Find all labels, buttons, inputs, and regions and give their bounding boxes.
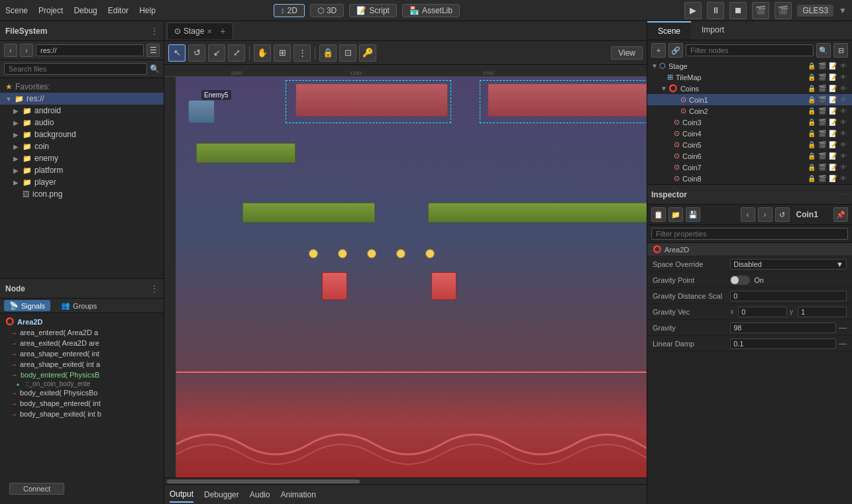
nav-forward-button[interactable]: › — [20, 44, 33, 57]
filesystem-menu-button[interactable]: ⋮ — [150, 26, 158, 36]
tool-group-button[interactable]: ⊡ — [339, 44, 356, 62]
inspector-refresh-button[interactable]: ↺ — [775, 207, 790, 222]
tree-item-audio[interactable]: ▶ 📁 audio — [0, 117, 164, 128]
scene-node-stage[interactable]: ▼ ⬡ Stage 🔒 🎬 📝 👁 — [647, 60, 852, 72]
signal-area-entered[interactable]: → area_entered( Area2D a — [0, 327, 164, 338]
movie-record-button2[interactable]: 🎬 — [774, 2, 792, 19]
coins-eye-icon[interactable]: 👁 — [839, 85, 848, 92]
search-nodes-button[interactable]: 🔍 — [816, 43, 831, 58]
gravity-vec-y-input[interactable] — [798, 307, 847, 317]
coin4-scene-icon[interactable]: 🎬 — [818, 130, 827, 137]
scene-node-coin3[interactable]: ⊙ Coin3 🔒🎬📝👁 — [647, 117, 852, 128]
mode-script-button[interactable]: 📝 Script — [349, 4, 397, 17]
gravity-point-toggle[interactable] — [730, 276, 750, 285]
inspector-history-button[interactable]: 📋 — [651, 207, 666, 222]
signal-area-shape-exited[interactable]: → area_shape_exited( int a — [0, 359, 164, 370]
tree-item-background[interactable]: ▶ 📁 background — [0, 128, 164, 140]
coin6-scene-icon[interactable]: 🎬 — [818, 152, 827, 160]
stage-lock-icon[interactable]: 🔒 — [807, 62, 816, 70]
scene-node-coin8[interactable]: ⊙ Coin8 🔒🎬📝👁 — [647, 173, 852, 184]
menu-editor[interactable]: Editor — [108, 6, 129, 15]
tab-import[interactable]: Import — [691, 21, 735, 40]
link-node-button[interactable]: 🔗 — [668, 43, 683, 58]
tilemap-scene-icon[interactable]: 🎬 — [818, 74, 827, 81]
gravity-distance-input[interactable] — [730, 291, 847, 301]
view-button[interactable]: View — [611, 46, 643, 60]
filter-nodes-input[interactable] — [686, 44, 814, 56]
node-panel-menu-button[interactable]: ⋮ — [150, 284, 158, 293]
connect-button[interactable]: Connect — [9, 483, 64, 495]
stage-canvas[interactable]: 1000 1250 1500 Enemy5 — [164, 65, 647, 478]
tab-signals[interactable]: 📡 Signals — [4, 300, 50, 311]
tool-pan-button[interactable]: ✋ — [254, 44, 271, 62]
horizontal-scrollbar[interactable] — [164, 478, 647, 484]
search-icon[interactable]: 🔍 — [150, 64, 160, 74]
scene-node-coin6[interactable]: ⊙ Coin6 🔒🎬📝👁 — [647, 150, 852, 162]
signal-body-exited[interactable]: → body_exited( PhysicsBo — [0, 387, 164, 398]
tool-rotate-button[interactable]: ↺ — [188, 44, 205, 62]
coin1-eye-icon[interactable]: 👁 — [839, 96, 848, 103]
mode-3d-button[interactable]: ⬡ 3D — [310, 4, 344, 17]
coin5-script-icon[interactable]: 📝 — [828, 141, 837, 148]
tilemap-eye-icon[interactable]: 👁 — [839, 74, 848, 81]
coins-script-icon[interactable]: 📝 — [828, 85, 837, 92]
stage-eye-icon[interactable]: 👁 — [839, 62, 848, 70]
gravity-slider-icon[interactable]: — — [839, 323, 847, 332]
coin5-eye-icon[interactable]: 👁 — [839, 141, 848, 148]
coin1-lock-icon[interactable]: 🔒 — [807, 96, 816, 103]
stage-scene-icon[interactable]: 🎬 — [818, 62, 827, 70]
tool-more-button[interactable]: ⋮ — [293, 44, 311, 62]
tab-audio[interactable]: Audio — [250, 487, 270, 502]
inspector-folder-button[interactable]: 📁 — [668, 207, 683, 222]
menu-debug[interactable]: Debug — [74, 6, 97, 15]
signal-connection-item[interactable]: ⬥ ::_on_coin_body_ente — [0, 380, 164, 387]
tab-groups[interactable]: 👥 Groups — [56, 300, 102, 311]
signal-body-shape-exited[interactable]: → body_shape_exited( int b — [0, 409, 164, 419]
stage-script-icon[interactable]: 📝 — [828, 62, 837, 70]
gles-badge[interactable]: GLES3 — [797, 5, 833, 17]
coin8-lock-icon[interactable]: 🔒 — [807, 175, 816, 182]
menu-help[interactable]: Help — [139, 6, 156, 15]
gravity-input[interactable] — [730, 323, 836, 333]
signal-body-shape-entered[interactable]: → body_shape_entered( int — [0, 398, 164, 409]
coin8-scene-icon[interactable]: 🎬 — [818, 175, 827, 182]
space-override-dropdown[interactable]: Disabled ▼ — [730, 259, 847, 270]
coin6-lock-icon[interactable]: 🔒 — [807, 152, 816, 160]
nav-back-button[interactable]: ‹ — [4, 44, 17, 57]
inspector-forward-button[interactable]: › — [758, 207, 772, 222]
mode-assetlib-button[interactable]: 🏪 AssetLib — [402, 4, 460, 17]
tab-output[interactable]: Output — [170, 487, 193, 503]
filesystem-layout-button[interactable]: ☰ — [146, 44, 160, 57]
menu-project[interactable]: Project — [38, 6, 63, 15]
search-input[interactable] — [4, 63, 147, 75]
coin8-script-icon[interactable]: 📝 — [828, 175, 837, 182]
inspector-save-button[interactable]: 💾 — [686, 207, 700, 222]
tab-scene[interactable]: Scene — [647, 21, 691, 40]
inspector-pin-button[interactable]: 📌 — [833, 207, 848, 222]
scene-node-coin7[interactable]: ⊙ Coin7 🔒🎬📝👁 — [647, 162, 852, 173]
pause-button[interactable]: ⏸ — [707, 2, 724, 19]
coin3-lock-icon[interactable]: 🔒 — [807, 119, 816, 126]
scene-node-tilemap[interactable]: ▶ ⊞ TileMap 🔒 🎬 📝 👁 — [647, 72, 852, 83]
coin5-scene-icon[interactable]: 🎬 — [818, 141, 827, 148]
tab-debugger[interactable]: Debugger — [204, 487, 239, 502]
scene-node-coin5[interactable]: ⊙ Coin5 🔒🎬📝👁 — [647, 139, 852, 150]
tab-animation[interactable]: Animation — [280, 487, 315, 502]
coin1-scene-icon[interactable]: 🎬 — [818, 96, 827, 103]
tilemap-script-icon[interactable]: 📝 — [828, 74, 837, 81]
tool-scale-button[interactable]: ⤢ — [228, 44, 245, 62]
coin3-script-icon[interactable]: 📝 — [828, 119, 837, 126]
coin2-script-icon[interactable]: 📝 — [828, 107, 837, 115]
stage-background[interactable]: Enemy5 — [176, 77, 647, 478]
scene-node-coin4[interactable]: ⊙ Coin4 🔒🎬📝👁 — [647, 128, 852, 139]
linear-damp-slider-icon[interactable]: — — [839, 339, 847, 348]
coins-lock-icon[interactable]: 🔒 — [807, 85, 816, 92]
coin7-scene-icon[interactable]: 🎬 — [818, 164, 827, 171]
stop-button[interactable]: ⏹ — [729, 2, 747, 19]
coin6-eye-icon[interactable]: 👁 — [839, 152, 848, 160]
tilemap-lock-icon[interactable]: 🔒 — [807, 74, 816, 81]
mode-2d-button[interactable]: ↕ 2D — [274, 4, 305, 17]
tree-item-res[interactable]: ▼ 📁 res:// — [0, 93, 164, 105]
filter-properties-input[interactable] — [651, 228, 848, 240]
scene-node-coin2[interactable]: ▶ ⊙ Coin2 🔒🎬📝👁 — [647, 105, 852, 117]
